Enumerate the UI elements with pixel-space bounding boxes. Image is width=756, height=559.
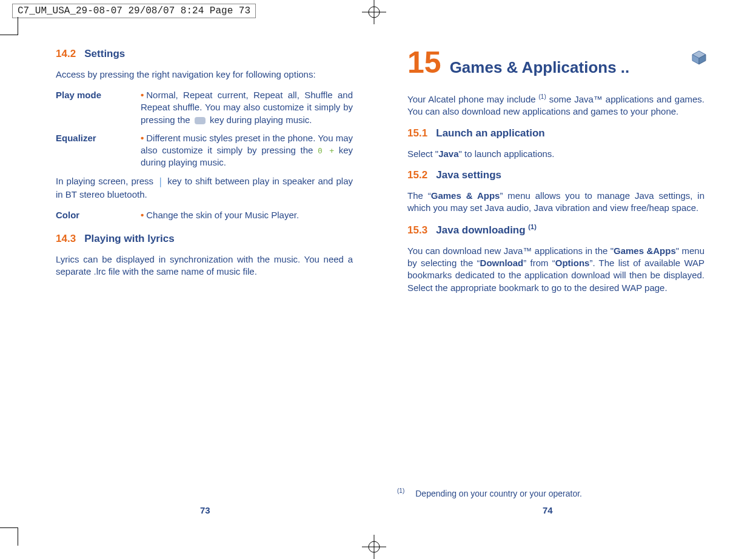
section-15-3-body: You can download new Java™ applications …: [407, 245, 704, 294]
cube-icon: [691, 50, 707, 65]
section-title: Settings: [84, 48, 125, 59]
bt-key-icon: ❘: [156, 176, 164, 187]
bullet-icon: •: [141, 133, 144, 143]
section-15-1-heading: 15.1 Launch an application: [407, 127, 704, 141]
section-title: Playing with lyrics: [84, 233, 174, 244]
section-15-1-body: Select "Java" to launch applications.: [407, 148, 704, 160]
bt-paragraph: In playing screen, press ❘ key to shift …: [56, 175, 353, 201]
page-number-left: 73: [200, 505, 210, 515]
page-left: 14.2 Settings Access by pressing the rig…: [56, 47, 353, 303]
color-row: Color •Change the skin of your Music Pla…: [56, 209, 353, 221]
footnote: (1)Depending on your country or your ope…: [397, 487, 694, 498]
lyrics-body: Lyrics can be displayed in synchronizati…: [56, 253, 353, 278]
prepress-header: C7_UM_USA_29-08-07 29/08/07 8:24 Page 73: [12, 4, 256, 18]
nav-key-icon: [195, 117, 206, 124]
footnote-marker: (1): [397, 487, 404, 494]
section-number: 14.2: [56, 48, 76, 59]
section-15-2-body: The “Games & Apps” menu allows you to ma…: [407, 190, 704, 215]
playmode-term: Play mode: [56, 89, 141, 126]
section-number: 15.1: [407, 127, 427, 139]
zero-key-icon: 0 +: [318, 146, 334, 155]
color-def: •Change the skin of your Music Player.: [141, 209, 353, 221]
color-term: Color: [56, 209, 141, 221]
section-number: 14.3: [56, 233, 76, 244]
chapter-number: 15: [407, 47, 441, 78]
equalizer-term: Equalizer: [56, 132, 141, 169]
crop-mark-tl: [0, 17, 18, 35]
bullet-icon: •: [141, 210, 144, 220]
registration-mark-top: [362, 0, 386, 24]
section-15-3-heading: 15.3 Java downloading (1): [407, 223, 704, 238]
page-number-right: 74: [543, 505, 553, 515]
chapter-heading: 15 Games & Applications ..: [407, 47, 704, 78]
section-number: 15.3: [407, 224, 427, 236]
section-title: Java settings: [436, 169, 501, 181]
playmode-row: Play mode •Normal, Repeat current, Repea…: [56, 89, 353, 126]
section-title: Launch an application: [436, 127, 544, 139]
settings-intro: Access by pressing the right navigation …: [56, 69, 353, 81]
playmode-def: •Normal, Repeat current, Repeat all, Shu…: [141, 89, 353, 126]
chapter-intro: Your Alcatel phone may include (1) some …: [407, 93, 704, 118]
bullet-icon: •: [141, 90, 144, 100]
section-15-2-heading: 15.2 Java settings: [407, 169, 704, 182]
equalizer-row: Equalizer •Different music styles preset…: [56, 132, 353, 169]
section-title: Java downloading (1): [436, 224, 537, 236]
registration-mark-bottom: [362, 535, 386, 559]
footnote-text: Depending on your country or your operat…: [415, 489, 582, 498]
section-14-2-heading: 14.2 Settings: [56, 47, 353, 61]
chapter-title: Games & Applications ..: [450, 57, 630, 78]
crop-mark-bl: [0, 527, 18, 546]
page-right: 15 Games & Applications .. Your Alcatel …: [407, 47, 704, 303]
section-14-3-heading: 14.3 Playing with lyrics: [56, 232, 353, 246]
equalizer-def: •Different music styles preset in the ph…: [141, 132, 353, 169]
section-number: 15.2: [407, 169, 427, 181]
